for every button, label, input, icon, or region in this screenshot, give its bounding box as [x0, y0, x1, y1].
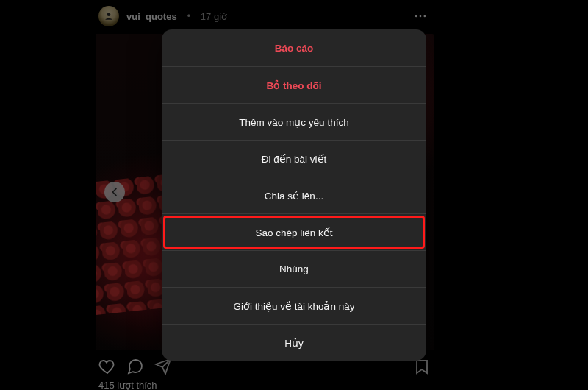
menu-item-label: Giới thiệu về tài khoản này	[233, 300, 354, 312]
menu-item-4[interactable]: Chia sẻ lên...	[162, 177, 426, 213]
menu-item-label: Sao chép liên kết	[255, 227, 332, 238]
menu-item-2[interactable]: Thêm vào mục yêu thích	[162, 103, 426, 140]
menu-item-8[interactable]: Hủy	[162, 324, 426, 361]
menu-item-label: Hủy	[284, 337, 304, 349]
menu-item-label: Chia sẻ lên...	[265, 190, 323, 202]
menu-item-label: Nhúng	[279, 263, 309, 274]
menu-item-6[interactable]: Nhúng	[162, 250, 426, 287]
menu-item-label: Báo cáo	[275, 43, 314, 54]
menu-item-0[interactable]: Báo cáo	[162, 29, 426, 66]
post-options-menu: Báo cáoBỏ theo dõiThêm vào mục yêu thích…	[162, 29, 426, 361]
modal-overlay[interactable]: Báo cáoBỏ theo dõiThêm vào mục yêu thích…	[0, 0, 588, 390]
app-stage: vui_quotes • 17 giờ D	[0, 0, 588, 390]
menu-item-label: Thêm vào mục yêu thích	[239, 116, 348, 128]
menu-item-1[interactable]: Bỏ theo dõi	[162, 66, 426, 103]
menu-item-label: Đi đến bài viết	[262, 153, 327, 165]
menu-item-5[interactable]: Sao chép liên kết	[162, 213, 426, 250]
menu-item-3[interactable]: Đi đến bài viết	[162, 140, 426, 177]
menu-item-label: Bỏ theo dõi	[267, 79, 322, 91]
menu-item-7[interactable]: Giới thiệu về tài khoản này	[162, 287, 426, 324]
